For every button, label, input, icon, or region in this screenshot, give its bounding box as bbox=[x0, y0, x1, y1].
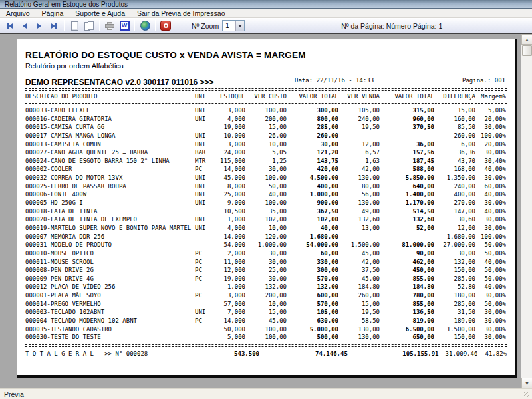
cell-valor-total-custo: 420,00 bbox=[287, 165, 338, 174]
cell-vlr-venda: 37,50 bbox=[338, 266, 380, 275]
two-page-view-button[interactable] bbox=[82, 19, 96, 32]
window-title: Relatório Geral em Estoque dos Produtos bbox=[0, 0, 128, 9]
menu-pagina[interactable]: Página bbox=[36, 9, 70, 18]
chevron-down-icon[interactable] bbox=[235, 21, 244, 31]
cell-valor-total-custo: 4.500,00 bbox=[287, 174, 338, 182]
export-web-button[interactable] bbox=[138, 19, 152, 32]
cell-valor-total-custo: 300,00 bbox=[287, 266, 338, 275]
cell-valor-total-venda: 6.500,00 bbox=[380, 325, 434, 334]
cell-valor-total-venda: 960,00 bbox=[380, 115, 434, 124]
table-row: 000020-LATA DE TINTA DE EXEMPLO UNI 1,00… bbox=[25, 215, 507, 224]
col-header-diferenca: DIFERENÇA bbox=[434, 91, 475, 102]
cell-valor-total-venda: 819,00 bbox=[380, 317, 434, 325]
cell-vlr-venda: 45,00 bbox=[338, 275, 380, 283]
report-date: Data: 22/11/16 - 14:33 bbox=[295, 77, 374, 84]
last-page-button[interactable] bbox=[47, 19, 61, 32]
cell-vlr-venda: 49,00 bbox=[338, 207, 380, 216]
cell-valor-total-venda: 315,00 bbox=[380, 106, 434, 115]
cell-diferenca: 27.000,00 bbox=[434, 241, 475, 249]
cell-uni: MTR bbox=[195, 157, 219, 166]
table-row: 000011-MOUSE SCROOL PC 11,000 30,00 330,… bbox=[25, 258, 507, 267]
toolbar-separator bbox=[64, 20, 65, 31]
scroll-up-button[interactable]: ▲ bbox=[521, 34, 532, 45]
cell-estoque: 10,500 bbox=[219, 207, 245, 216]
table-row: 000006-FONTE 400W UNI 25,000 40,00 1.000… bbox=[25, 190, 507, 199]
rule-divider bbox=[25, 103, 507, 104]
cell-estoque: 14,000 bbox=[219, 317, 245, 325]
table-row: 000010-MOUSE OPTICO PC 2,000 30,00 60,00… bbox=[25, 249, 507, 258]
cell-vlr-venda: 19,50 bbox=[338, 123, 380, 132]
cell-diferenca: 400,00 bbox=[434, 190, 475, 199]
menu-sair-da-previa[interactable]: Sair da Prévia de Impressão bbox=[131, 9, 231, 18]
status-bar: Prévia bbox=[0, 388, 532, 399]
cell-descricao: 000020-LATA DE TINTA DE EXEMPLO bbox=[25, 215, 195, 224]
total-spacer bbox=[348, 348, 387, 359]
cell-valor-total-venda: 462,00 bbox=[380, 258, 434, 267]
cell-estoque: 10,000 bbox=[219, 132, 245, 140]
cell-vlr-venda: 105,00 bbox=[338, 106, 380, 115]
cell-descricao: 000024-CANO DE ESGOTO BARRA 150 2° LINHA bbox=[25, 157, 195, 166]
cell-valor-total-custo: 143,75 bbox=[287, 157, 338, 166]
toolbar: W Nº Zoom 1 Nº da Página: Número Página:… bbox=[0, 18, 532, 33]
cell-margem: 30,00% bbox=[475, 174, 506, 182]
previous-page-icon bbox=[23, 23, 27, 29]
cell-margem: 30,00% bbox=[475, 215, 506, 224]
cell-diferenca: 160,00 bbox=[434, 115, 475, 124]
cell-diferenca: 30,00 bbox=[434, 249, 475, 258]
table-row: 000017-CAMISA MANGA LONGA UNI 10,000 26,… bbox=[25, 132, 507, 140]
cell-margem: -100,00% bbox=[475, 233, 506, 241]
cell-margem: 30,00% bbox=[475, 333, 506, 342]
cell-diferenca: 240,00 bbox=[434, 182, 475, 191]
cell-valor-total-venda: 52,00 bbox=[380, 224, 434, 233]
cell-estoque: 3,000 bbox=[219, 291, 245, 300]
rule-divider bbox=[25, 362, 507, 364]
cell-valor-total-venda: 640,00 bbox=[380, 182, 434, 191]
cell-uni: UNI bbox=[195, 140, 219, 149]
cell-diferenca: 147,00 bbox=[434, 207, 475, 216]
close-preview-button[interactable] bbox=[159, 19, 172, 32]
cell-margem: 50,00% bbox=[475, 249, 506, 258]
vertical-scrollbar[interactable]: ▲ ▼ bbox=[521, 34, 532, 388]
export-word-button[interactable]: W bbox=[118, 19, 131, 32]
cell-vlr-custo: 100,00 bbox=[245, 333, 287, 342]
first-page-button[interactable] bbox=[3, 19, 17, 32]
next-page-button[interactable] bbox=[33, 19, 46, 32]
report-page: RELATÓRIO DO ESTOQUE CUSTO x VENDA AVIST… bbox=[17, 39, 517, 378]
cell-descricao: 000032-CORREA DO MOTOR 13VX bbox=[25, 174, 195, 182]
scroll-down-button[interactable]: ▼ bbox=[521, 378, 532, 388]
menu-arquivo[interactable]: Arquivo bbox=[0, 9, 36, 18]
cell-diferenca: 36,36 bbox=[434, 148, 475, 157]
cell-valor-total-venda: 81.000,00 bbox=[380, 241, 434, 249]
table-body: 000033-CABO FLEXEL UNI 3,000 100,00 300,… bbox=[25, 106, 507, 342]
cell-vlr-custo: 200,00 bbox=[245, 291, 287, 300]
menu-suporte-e-ajuda[interactable]: Suporte e Ajuda bbox=[69, 9, 131, 18]
cell-vlr-venda: 130,00 bbox=[338, 174, 380, 182]
cell-diferenca: 15,00 bbox=[434, 106, 475, 115]
zoom-label: Nº Zoom bbox=[192, 22, 219, 30]
cell-estoque: 14,000 bbox=[219, 233, 245, 241]
cell-uni: PC bbox=[195, 266, 219, 275]
cell-descricao: 000006-FONTE 400W bbox=[25, 190, 195, 199]
single-page-view-button[interactable] bbox=[68, 19, 81, 32]
col-header-vlr-custo: VLR CUSTO bbox=[245, 91, 287, 102]
table-row: 000009-PEN DRIVE 4G PC 19,000 30,00 570,… bbox=[25, 275, 507, 283]
print-button[interactable] bbox=[103, 19, 116, 32]
report-company: DEMO REPRESENTACAO v2.0 300117 011016 >>… bbox=[25, 78, 214, 87]
cell-valor-total-venda: 136,50 bbox=[380, 308, 434, 317]
cell-descricao: 000035-TESTANDO CADASTRO bbox=[25, 325, 195, 334]
cell-vlr-custo: 120,00 bbox=[245, 233, 287, 241]
resize-grip[interactable] bbox=[524, 392, 529, 397]
col-header-margem: Margem% bbox=[475, 91, 506, 102]
table-row: 000014-PREGO VERMELHO 57,000 10,00 570,0… bbox=[25, 300, 507, 309]
report-title: RELATÓRIO DO ESTOQUE CUSTO x VENDA AVIST… bbox=[25, 50, 507, 60]
scrollbar-thumb[interactable] bbox=[522, 45, 532, 56]
first-page-icon bbox=[7, 23, 13, 29]
cell-valor-total-venda: 1.170,00 bbox=[380, 199, 434, 207]
two-page-icon bbox=[84, 21, 94, 31]
cell-diferenca: 285,00 bbox=[434, 275, 475, 283]
table-row: 000030-TESTE DO TESTE 5,000 100,00 500,0… bbox=[25, 333, 507, 342]
col-header-descricao: DESCRICAO DO PRODUTO bbox=[25, 91, 195, 102]
previous-page-button[interactable] bbox=[18, 19, 31, 32]
preview-workspace[interactable]: RELATÓRIO DO ESTOQUE CUSTO x VENDA AVIST… bbox=[0, 33, 532, 388]
zoom-select[interactable]: 1 bbox=[222, 20, 245, 31]
